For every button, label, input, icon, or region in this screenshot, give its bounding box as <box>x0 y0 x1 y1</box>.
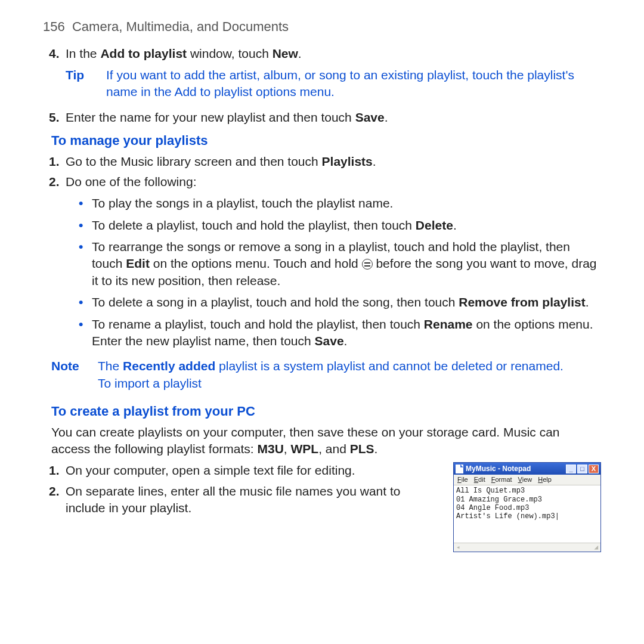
tip-block: Tip If you want to add the artist, album… <box>43 67 601 101</box>
maximize-button[interactable]: □ <box>577 465 587 473</box>
list-marker: 1. <box>49 153 66 170</box>
bullet-play: To play the songs in a playlist, touch t… <box>92 195 601 212</box>
chapter-title: Camera, Multimedia, and Documents <box>72 19 289 34</box>
bullet-rearrange: To rearrange the songs or remove a song … <box>92 239 601 289</box>
menu-format[interactable]: Format <box>491 475 512 484</box>
notepad-title-text: MyMusic - Notepad <box>466 464 531 473</box>
list-marker: 1. <box>49 462 66 479</box>
menu-help[interactable]: Help <box>538 475 552 484</box>
tip-label: Tip <box>66 67 106 101</box>
grip-circle-icon <box>362 259 373 270</box>
create-pc-intro: You can create playlists on your compute… <box>43 424 601 458</box>
menu-edit[interactable]: Edit <box>474 475 485 484</box>
notepad-titlebar[interactable]: MyMusic - Notepad _ □ X <box>454 463 600 475</box>
notepad-menubar[interactable]: File Edit Format View Help <box>454 475 600 485</box>
tip-text: If you want to add the artist, album, or… <box>106 67 601 101</box>
step-4: 4.In the Add to playlist window, touch N… <box>66 45 601 62</box>
bullet-delete: To delete a playlist, touch and hold the… <box>92 217 601 234</box>
menu-file[interactable]: File <box>457 475 468 484</box>
notepad-text-area[interactable]: All Is Quiet.mp3 01 Amazing Grace.mp3 04… <box>454 485 600 543</box>
bullet-delete-song: To delete a song in a playlist, touch an… <box>92 294 601 311</box>
pc-step-2: 2.On separate lines, enter all the music… <box>66 483 439 517</box>
note-block: Note The Recently added playlist is a sy… <box>43 358 601 392</box>
list-marker: 2. <box>49 483 66 500</box>
bullet-rename: To rename a playlist, touch and hold the… <box>92 316 601 350</box>
section-manage-playlists: To manage your playlists <box>51 132 601 150</box>
close-button[interactable]: X <box>589 465 599 473</box>
list-marker: 2. <box>49 174 66 190</box>
notepad-window: MyMusic - Notepad _ □ X File Edit Format… <box>453 462 601 552</box>
note-label: Note <box>51 358 98 392</box>
note-text: The Recently added playlist is a system … <box>98 358 564 392</box>
manage-step-2: 2.Do one of the following: <box>66 174 601 190</box>
notepad-statusbar: ◂ ◢ <box>454 543 600 552</box>
page-header: 156 Camera, Multimedia, and Documents <box>43 18 601 36</box>
minimize-button[interactable]: _ <box>566 465 576 473</box>
step-5: 5.Enter the name for your new playlist a… <box>66 109 601 126</box>
page-number: 156 <box>43 19 65 34</box>
pc-step-1: 1.On your computer, open a simple text f… <box>66 462 439 479</box>
notepad-file-icon <box>456 465 463 473</box>
resize-grip-icon[interactable]: ◢ <box>594 543 598 552</box>
list-marker: 4. <box>49 45 66 62</box>
section-create-pc-playlist: To create a playlist from your PC <box>51 402 601 420</box>
scroll-left-icon[interactable]: ◂ <box>456 543 460 552</box>
manage-step-1: 1.Go to the Music library screen and the… <box>66 153 601 170</box>
menu-view[interactable]: View <box>518 475 532 484</box>
list-marker: 5. <box>49 109 66 126</box>
